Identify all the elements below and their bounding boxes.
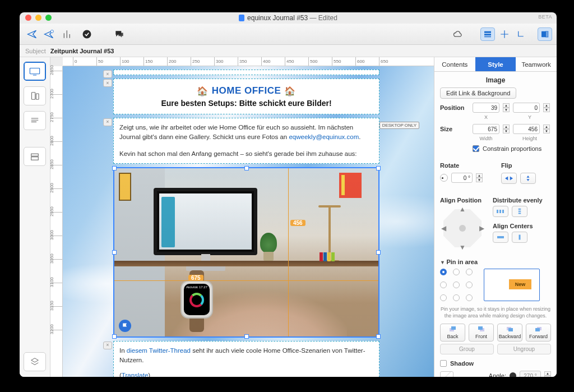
svg-rect-17 — [519, 213, 521, 214]
position-x-stepper[interactable]: ▲▼ — [503, 103, 510, 112]
angle-field[interactable]: 270 ° — [520, 371, 541, 377]
view-corner-button[interactable] — [514, 27, 529, 41]
height-field[interactable]: 456 — [513, 124, 540, 134]
inspector-toggle-button[interactable] — [538, 27, 552, 41]
window-close-button[interactable] — [25, 15, 31, 21]
flip-vertical-button[interactable] — [520, 173, 536, 184]
comments-button[interactable] — [112, 27, 127, 41]
svg-point-0 — [50, 30, 53, 33]
headline-title: 🏠 HOME OFFICE 🏠 — [197, 85, 296, 96]
svg-rect-8 — [32, 93, 35, 100]
order-back-button[interactable]: Back — [440, 324, 465, 342]
position-y-stepper[interactable]: ▲▼ — [543, 103, 550, 112]
align-position-widget[interactable]: ▲▼ ◀▶ — [440, 206, 485, 251]
svg-rect-16 — [519, 211, 521, 212]
svg-point-1 — [83, 30, 91, 38]
resize-handle[interactable] — [244, 166, 249, 170]
width-stepper[interactable]: ▲▼ — [503, 124, 510, 133]
resize-handle[interactable] — [376, 250, 381, 255]
pin-anchor-grid[interactable] — [440, 269, 473, 301]
resize-handle[interactable] — [244, 334, 249, 339]
block-delete-button[interactable]: × — [103, 79, 112, 87]
position-x-field[interactable]: 39 — [473, 103, 499, 113]
device-text-button[interactable] — [24, 111, 46, 130]
tab-teamwork[interactable]: Teamwork — [516, 57, 557, 71]
group-button[interactable]: Group — [440, 344, 494, 354]
document-title: equinux Journal #53 — [247, 14, 308, 22]
check-button[interactable] — [79, 27, 95, 41]
block-delete-button[interactable]: × — [103, 70, 112, 78]
headline-block[interactable]: × 🏠 HOME OFFICE 🏠 Eure besten Setups: Bi… — [113, 79, 379, 114]
tab-style[interactable]: Style — [475, 57, 516, 71]
selected-image-block[interactable]: Aktivität 17:27 456 675 — [113, 167, 379, 338]
block-delete-button[interactable]: × — [103, 342, 112, 349]
comment-flag-badge[interactable] — [119, 320, 131, 332]
layers-button[interactable] — [24, 352, 46, 371]
svg-rect-13 — [499, 210, 501, 213]
angle-stepper[interactable]: ▲▼ — [544, 371, 551, 377]
tab-contents[interactable]: Contents — [434, 57, 475, 71]
toolbar — [20, 24, 557, 45]
rotate-dial[interactable] — [440, 174, 448, 182]
placed-image[interactable]: Aktivität 17:27 — [114, 168, 378, 336]
pin-anchor-tl[interactable] — [440, 269, 447, 275]
distribute-h-button[interactable] — [493, 206, 508, 217]
svg-rect-7 — [30, 68, 39, 74]
width-field[interactable]: 675 — [473, 124, 499, 134]
distribute-label: Distribute evenly — [493, 197, 543, 204]
position-label: Position — [440, 104, 469, 111]
align-center-v-button[interactable] — [512, 232, 527, 243]
resize-handle[interactable] — [376, 334, 381, 339]
twitter-thread-link[interactable]: diesem Twitter-Thread — [127, 347, 191, 354]
height-stepper[interactable]: ▲▼ — [543, 124, 550, 133]
device-mobile-button[interactable] — [24, 86, 46, 105]
translate-link[interactable]: Translate — [122, 372, 149, 377]
resize-handle[interactable] — [112, 334, 117, 339]
block-delete-button[interactable]: × — [103, 118, 112, 126]
ruler-vertical: 2650 2700 2750 2800 2850 2900 2950 3000 … — [50, 66, 63, 377]
ungroup-button[interactable]: Ungroup — [497, 344, 551, 354]
order-forward-button[interactable]: Forward — [526, 324, 551, 342]
constrain-checkbox[interactable] — [473, 145, 479, 152]
rotate-field[interactable]: 0 ° — [451, 173, 473, 183]
svg-rect-21 — [478, 326, 483, 330]
shadow-color-swatch[interactable] — [440, 371, 453, 377]
resize-handle[interactable] — [112, 166, 117, 170]
pin-section-header[interactable]: Pin in area — [440, 259, 551, 265]
angle-dial[interactable] — [510, 372, 516, 377]
window-minimize-button[interactable] — [35, 15, 41, 21]
outro-text-block[interactable]: × In diesem Twitter-Thread seht ihr auch… — [113, 341, 379, 377]
shadow-checkbox[interactable] — [440, 360, 447, 367]
device-archive-button[interactable] — [24, 147, 46, 166]
svg-rect-9 — [36, 94, 39, 99]
svg-rect-14 — [502, 210, 504, 213]
svg-rect-6 — [546, 31, 549, 37]
statistics-button[interactable] — [60, 27, 76, 41]
view-align-button[interactable] — [497, 27, 512, 41]
send-test-button[interactable] — [41, 27, 57, 41]
intro-text-block[interactable]: × Zeigt uns, wie ihr arbeitet oder wie H… — [113, 118, 379, 164]
size-label: Size — [440, 126, 469, 132]
window-zoom-button[interactable] — [45, 15, 52, 21]
order-backward-button[interactable]: Backward — [497, 324, 522, 342]
align-position-label: Align Position — [440, 197, 485, 204]
cloud-button[interactable] — [450, 27, 466, 41]
distribute-v-button[interactable] — [512, 206, 527, 217]
order-front-button[interactable]: Front — [469, 324, 494, 342]
send-button[interactable] — [24, 27, 40, 41]
resize-handle[interactable] — [376, 166, 381, 170]
house-icon: 🏠 — [197, 86, 209, 96]
position-y-field[interactable]: 0 — [513, 103, 540, 113]
app-window: equinux Journal #53 — Edited BETA Subjec… — [20, 12, 557, 377]
device-desktop-button[interactable] — [24, 62, 46, 81]
edit-link-button[interactable]: Edit Link & Background — [440, 87, 516, 99]
subject-value[interactable]: Zeitpunkt Journal #53 — [50, 48, 114, 54]
resize-handle[interactable] — [112, 250, 117, 255]
rotate-stepper[interactable]: ▲▼ — [476, 173, 483, 182]
view-layout-button[interactable] — [480, 27, 495, 41]
align-center-h-button[interactable] — [493, 232, 508, 243]
canvas-viewport[interactable]: × × 🏠 HOME OFFICE 🏠 Eure besten Setups: … — [63, 66, 434, 377]
flip-horizontal-button[interactable] — [501, 173, 517, 184]
email-link[interactable]: eqweekly@equinux.com — [289, 133, 359, 140]
svg-rect-4 — [484, 36, 491, 37]
